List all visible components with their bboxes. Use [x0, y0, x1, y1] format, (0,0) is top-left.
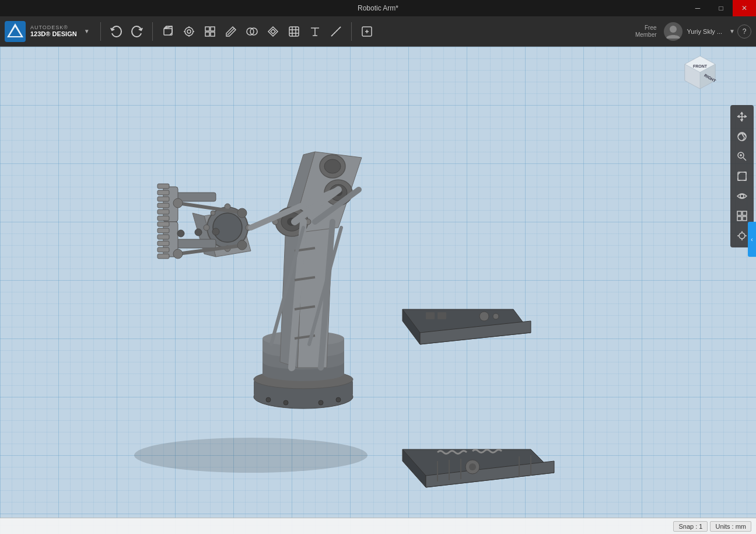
svg-rect-13 [211, 27, 215, 31]
app-name-bottom: 123D® DESIGN [30, 30, 77, 37]
svg-point-38 [480, 312, 489, 321]
svg-rect-15 [211, 32, 215, 36]
svg-point-92 [212, 228, 219, 235]
pattern-button[interactable] [264, 22, 282, 41]
view-cube[interactable]: FRONT RIGHT [679, 51, 721, 93]
app-logo: AUTODESK® 123D® DESIGN ▼ [5, 21, 90, 42]
svg-text:FRONT: FRONT [693, 64, 708, 68]
svg-rect-12 [205, 27, 209, 31]
svg-rect-89 [158, 254, 169, 259]
status-bar: Snap : 1 Units : mm [0, 518, 756, 534]
maximize-button[interactable]: □ [709, 0, 733, 16]
user-name: Yuriy Skly ... [687, 28, 723, 35]
divider-2 [152, 22, 153, 41]
modify-button[interactable] [222, 22, 240, 41]
construct-button[interactable] [201, 22, 219, 41]
user-section: Yuriy Skly ... ▼ [664, 22, 735, 41]
svg-rect-127 [737, 217, 741, 221]
svg-rect-126 [743, 211, 747, 215]
membership-status: Free Member [635, 25, 657, 39]
svg-rect-81 [158, 216, 169, 221]
pan-tool-button[interactable] [733, 107, 751, 126]
svg-line-23 [338, 27, 341, 29]
import-button[interactable] [358, 22, 376, 41]
app-name: AUTODESK® 123D® DESIGN [30, 25, 77, 38]
svg-rect-77 [158, 190, 169, 195]
svg-rect-14 [205, 32, 209, 36]
svg-point-68 [204, 225, 209, 231]
svg-line-22 [336, 30, 338, 32]
svg-rect-86 [158, 235, 169, 239]
svg-point-63 [324, 159, 341, 173]
combine-button[interactable] [243, 22, 261, 41]
window-controls: ─ □ ✕ [686, 0, 756, 16]
robot-arm-model [29, 82, 583, 490]
close-button[interactable]: ✕ [733, 0, 756, 16]
svg-point-65 [213, 213, 242, 242]
svg-point-52 [284, 400, 288, 405]
free-label: Free [645, 25, 657, 32]
svg-point-97 [237, 208, 247, 218]
user-avatar [664, 22, 682, 41]
toolbar: AUTODESK® 123D® DESIGN ▼ [0, 16, 756, 47]
svg-rect-18 [289, 27, 299, 36]
sketch-tool-button[interactable] [180, 22, 198, 41]
svg-rect-87 [158, 241, 169, 246]
svg-point-124 [740, 194, 744, 198]
svg-line-120 [743, 158, 746, 160]
svg-point-27 [670, 26, 677, 33]
svg-point-95 [173, 198, 183, 208]
svg-rect-79 [158, 203, 169, 208]
svg-point-91 [195, 229, 202, 236]
orbit-tool-button[interactable] [733, 127, 751, 146]
help-button[interactable]: ? [737, 25, 751, 39]
snap-status[interactable]: Snap : 1 [673, 521, 708, 532]
svg-line-20 [331, 34, 333, 36]
window-title: Robotic Arm* [358, 4, 398, 12]
divider-1 [100, 22, 101, 41]
material-button[interactable] [285, 22, 303, 41]
svg-rect-37 [438, 312, 446, 319]
svg-rect-88 [158, 247, 169, 252]
svg-rect-85 [158, 228, 169, 233]
app-name-top: AUTODESK® [30, 25, 77, 31]
canvas-area[interactable]: FRONT RIGHT ‹ Snap : 1 Units [0, 47, 756, 534]
svg-point-53 [318, 400, 323, 405]
svg-rect-76 [158, 184, 169, 189]
svg-point-70 [211, 211, 215, 215]
text-button[interactable] [306, 22, 324, 41]
svg-rect-80 [158, 210, 169, 214]
svg-point-98 [237, 240, 247, 250]
svg-point-30 [469, 463, 476, 470]
svg-point-7 [187, 30, 191, 33]
view-options-button[interactable] [733, 187, 751, 205]
svg-point-50 [266, 397, 271, 402]
svg-rect-125 [737, 211, 741, 215]
box-tool-button[interactable] [159, 22, 177, 41]
svg-point-96 [173, 249, 183, 259]
zoom-tool-button[interactable] [733, 147, 751, 166]
minimize-button[interactable]: ─ [686, 0, 709, 16]
svg-rect-128 [743, 217, 747, 221]
svg-point-129 [739, 233, 745, 239]
undo-button[interactable] [107, 22, 125, 41]
svg-rect-78 [158, 197, 169, 201]
svg-line-21 [334, 32, 335, 34]
measure-button[interactable] [327, 22, 345, 41]
member-label: Member [635, 32, 657, 39]
user-dropdown-icon[interactable]: ▼ [729, 28, 735, 34]
svg-point-39 [493, 313, 499, 319]
units-status[interactable]: Units : mm [710, 521, 751, 532]
titlebar: Robotic Arm* ─ □ ✕ [0, 0, 756, 16]
divider-3 [351, 22, 352, 41]
autodesk-logo-icon [5, 21, 26, 42]
svg-rect-36 [426, 312, 435, 319]
fit-tool-button[interactable] [733, 167, 751, 186]
svg-point-51 [336, 397, 341, 402]
side-panel-toggle[interactable]: ‹ [748, 222, 756, 257]
svg-point-90 [177, 230, 184, 237]
redo-button[interactable] [128, 22, 146, 41]
svg-point-6 [185, 27, 193, 36]
app-dropdown-icon[interactable]: ▼ [84, 28, 90, 34]
svg-rect-84 [158, 222, 169, 226]
